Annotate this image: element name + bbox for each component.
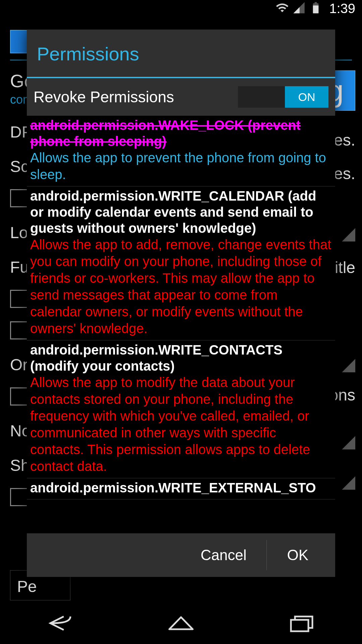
permission-description: Allows the app to add, remove, change ev… [30,236,332,337]
permission-description: Allows the app to modify the data about … [30,374,332,475]
permission-name: android.permission.WRITE_CONTACTS (modif… [30,342,332,374]
dialog-title: Permissions [27,30,335,77]
permission-item[interactable]: android.permission.WRITE_EXTERNAL_STO [27,478,335,499]
back-button[interactable] [44,613,77,635]
permissions-list[interactable]: android.permission.WAKE_LOCK (prevent ph… [27,116,335,533]
wifi-icon [276,1,289,16]
bg-checkbox [10,290,28,308]
bg-checkbox [10,387,28,406]
cancel-button[interactable]: Cancel [180,537,266,574]
spinner-icon [342,476,355,490]
svg-rect-0 [291,620,308,631]
bg-checkbox [10,189,28,207]
revoke-label: Revoke Permissions [34,88,174,106]
cell-signal-icon [292,1,306,16]
permission-description: Allows the app to prevent the phone from… [30,149,332,183]
battery-icon [309,1,322,16]
revoke-row: Revoke Permissions ON [27,78,335,116]
permission-name: android.permission.WRITE_CALENDAR (add o… [30,188,332,236]
bg-checkbox [10,321,28,339]
status-bar: 1:39 [0,0,362,17]
bg-checkbox [10,488,28,506]
dialog-buttons: Cancel OK [27,533,335,577]
permission-name: android.permission.WRITE_EXTERNAL_STO [30,480,332,496]
status-time: 1:39 [329,1,355,16]
permissions-dialog: Permissions Revoke Permissions ON androi… [27,30,335,577]
navigation-bar [0,604,362,644]
spinner-icon [342,436,355,449]
spinner-icon [342,359,355,372]
permission-name: android.permission.WAKE_LOCK (prevent ph… [30,117,332,149]
spinner-icon [342,228,355,241]
bg-right-text: es. [334,131,355,149]
ok-button[interactable]: OK [267,537,328,574]
toggle-thumb: ON [285,86,328,108]
home-button[interactable] [164,613,198,635]
recent-apps-button[interactable] [285,613,318,635]
permission-item[interactable]: android.permission.WRITE_CALENDAR (add o… [27,186,335,340]
revoke-toggle[interactable]: ON [238,86,328,108]
permission-item[interactable]: android.permission.WRITE_CONTACTS (modif… [27,340,335,478]
permission-item[interactable]: android.permission.WAKE_LOCK (prevent ph… [27,116,335,186]
